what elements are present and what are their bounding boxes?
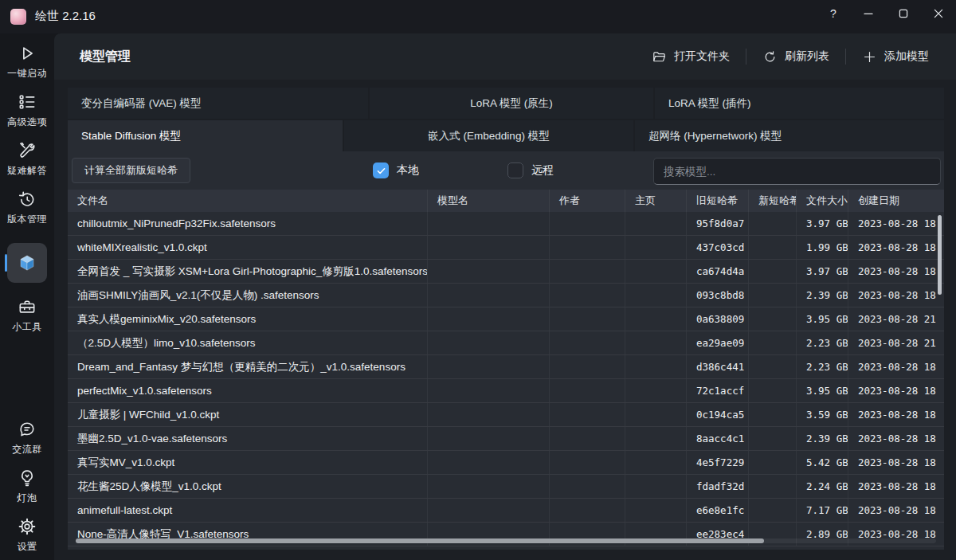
created-date-cell: 2023-08-28 18 (848, 403, 944, 426)
table-row[interactable]: 儿童摄影 | WFChild_v1.0.ckpt0c194ca53.59 GB2… (68, 403, 944, 427)
author-cell (550, 307, 625, 331)
header-actions: 打开文件夹 刷新列表 添加模型 (641, 44, 940, 70)
column-header[interactable]: 模型名 (428, 190, 550, 212)
tab-lora-native[interactable]: LoRA 模型 (原生) (370, 88, 653, 119)
created-date-cell: 2023-08-28 18 (848, 355, 944, 378)
minimize-icon (860, 6, 876, 22)
old-hash-cell: d386c441 (687, 355, 749, 378)
add-model-button[interactable]: 添加模型 (851, 44, 940, 70)
author-cell (550, 427, 625, 450)
refresh-list-button[interactable]: 刷新列表 (751, 44, 840, 70)
old-hash-cell: 437c03cd (687, 236, 749, 259)
homepage-cell (625, 307, 687, 331)
open-folder-button[interactable]: 打开文件夹 (641, 44, 741, 70)
maximize-button[interactable] (886, 0, 921, 27)
file-name-cell: 墨幽2.5D_v1.0-vae.safetensors (68, 427, 428, 450)
new-hash-cell (749, 379, 797, 402)
gear-icon (17, 516, 37, 537)
column-header[interactable]: 新短哈希 (749, 190, 797, 212)
author-cell (550, 403, 625, 426)
compute-hash-button[interactable]: 计算全部新版短哈希 (72, 158, 190, 183)
new-hash-cell (749, 260, 797, 283)
search-input[interactable] (653, 158, 941, 185)
table-header-row: 文件名模型名作者主页旧短哈希新短哈希文件大小创建日期 (68, 190, 944, 212)
table-row[interactable]: perfectMix_v1.0.safetensors72c1accf3.95 … (68, 379, 944, 403)
header-divider (746, 49, 746, 65)
minimize-button[interactable] (851, 0, 886, 27)
file-name-cell: 真实人模geminixMix_v20.safetensors (68, 307, 428, 331)
close-button[interactable] (921, 0, 956, 27)
file-name-cell: 儿童摄影 | WFChild_v1.0.ckpt (68, 403, 428, 426)
tab-embedding[interactable]: 嵌入式 (Embedding) 模型 (344, 120, 633, 151)
horizontal-scrollbar-thumb[interactable] (76, 538, 764, 543)
table-row[interactable]: whiteMIXrealistic_v1.0.ckpt437c03cd1.99 … (68, 236, 944, 260)
column-header[interactable]: 文件名 (68, 190, 428, 212)
sidebar-item-one-click-launch[interactable]: 一键启动 (0, 43, 54, 80)
table-row[interactable]: （2.5D人模型）limo_v10.safetensorsea29ae092.2… (68, 331, 944, 355)
selection-indicator (5, 254, 7, 272)
column-header[interactable]: 作者 (550, 190, 625, 212)
table-row[interactable]: 全网首发 _ 写实摄影 XSM+Lora Girl-Photographic_修… (68, 260, 944, 284)
new-hash-cell (749, 331, 797, 354)
table-row[interactable]: 真写实MV_v1.0.ckpt4e5f72295.42 GB2023-08-28… (68, 451, 944, 475)
remote-label: 远程 (531, 163, 554, 178)
column-header[interactable]: 旧短哈希 (687, 190, 749, 212)
old-hash-cell: 093c8bd8 (687, 284, 749, 307)
new-hash-cell (749, 307, 797, 331)
column-header[interactable]: 文件大小 (797, 190, 848, 212)
tab-vae-model[interactable]: 变分自编码器 (VAE) 模型 (68, 88, 368, 119)
list-toolbar: 计算全部新版短哈希 本地 远程 (68, 151, 944, 190)
table-row[interactable]: Dream_and_Fantasy 梦与幻想（更精美的二次元）_v1.0.saf… (68, 355, 944, 379)
sidebar-item-settings[interactable]: 设置 (0, 516, 54, 554)
sidebar-item-version-management[interactable]: 版本管理 (0, 189, 54, 226)
old-hash-cell: 0a638809 (687, 307, 749, 331)
sidebar-item-advanced-options[interactable]: 高级选项 (0, 92, 54, 129)
sidebar-item-model-management-selected[interactable] (0, 241, 54, 284)
table-row[interactable]: 花生酱25D人像模型_v1.0.ckptfdadf32d2.24 GB2023-… (68, 475, 944, 499)
vertical-scrollbar-thumb[interactable] (938, 215, 942, 295)
app-window: 绘世 2.2.16 ? 一键启动 高级选项 疑 (0, 0, 956, 560)
model-name-cell (428, 236, 550, 259)
sidebar-item-small-tools[interactable]: 小工具 (0, 296, 54, 334)
model-name-cell (428, 427, 550, 450)
close-icon (931, 6, 946, 22)
remote-checkbox[interactable] (507, 163, 523, 178)
created-date-cell: 2023-08-28 21 (848, 307, 944, 331)
tab-hypernetwork[interactable]: 超网络 (Hypernetwork) 模型 (635, 120, 944, 151)
tab-lora-plugin[interactable]: LoRA 模型 (插件) (655, 88, 944, 119)
help-button[interactable]: ? (816, 0, 851, 27)
created-date-cell: 2023-08-28 18 (848, 236, 944, 259)
old-hash-cell: 95f8d0a7 (687, 212, 749, 235)
model-name-cell (428, 355, 550, 378)
tab-stable-diffusion-selected[interactable]: Stable Diffusion 模型 (68, 120, 343, 151)
remote-checkbox-group[interactable]: 远程 (507, 158, 554, 183)
created-date-cell: 2023-08-28 18 (848, 475, 944, 498)
table-row[interactable]: 油画SHMILY油画风_v2.1(不仅是人物) .safetensors093c… (68, 284, 944, 307)
table-row[interactable]: 真实人模geminixMix_v20.safetensors0a6388093.… (68, 307, 944, 331)
sidebar-item-troubleshooting[interactable]: 疑难解答 (0, 140, 54, 178)
sidebar-item-light-bulb[interactable]: 灯泡 (0, 468, 54, 505)
homepage-cell (625, 379, 687, 402)
local-checkbox[interactable] (373, 163, 389, 178)
table-row[interactable]: chilloutmix_NiPrunedFp32Fix.safetensors9… (68, 212, 944, 236)
local-checkbox-group[interactable]: 本地 (373, 158, 419, 183)
author-cell (550, 499, 625, 522)
column-header[interactable]: 主页 (625, 190, 687, 212)
file-size-cell: 3.95 GB (797, 307, 848, 331)
new-hash-cell (749, 236, 797, 259)
homepage-cell (625, 499, 687, 522)
table-row[interactable]: animefull-latest.ckpte6e8e1fc7.17 GB2023… (68, 499, 944, 523)
file-name-cell: 真写实MV_v1.0.ckpt (68, 451, 428, 474)
file-size-cell: 3.97 GB (797, 212, 848, 235)
column-header[interactable]: 创建日期 (848, 190, 944, 212)
model-name-cell (428, 451, 550, 474)
homepage-cell (625, 284, 687, 307)
maximize-icon (895, 6, 911, 22)
file-name-cell: （2.5D人模型）limo_v10.safetensors (68, 331, 428, 354)
created-date-cell: 2023-08-28 18 (848, 212, 944, 235)
created-date-cell: 2023-08-28 18 (848, 499, 944, 522)
horizontal-scrollbar-track[interactable] (76, 538, 936, 543)
model-name-cell (428, 499, 550, 522)
table-row[interactable]: 墨幽2.5D_v1.0-vae.safetensors8aacc4c12.39 … (68, 427, 944, 451)
sidebar-item-chat-group[interactable]: 交流群 (0, 419, 54, 456)
